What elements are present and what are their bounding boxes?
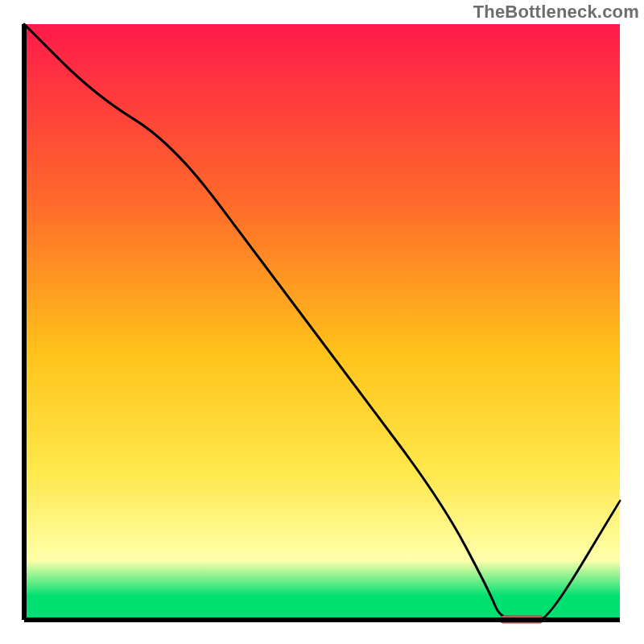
watermark-text: TheBottleneck.com (473, 2, 639, 23)
chart-svg (0, 0, 644, 644)
chart-container: TheBottleneck.com (0, 0, 644, 644)
plot-background (24, 24, 620, 620)
